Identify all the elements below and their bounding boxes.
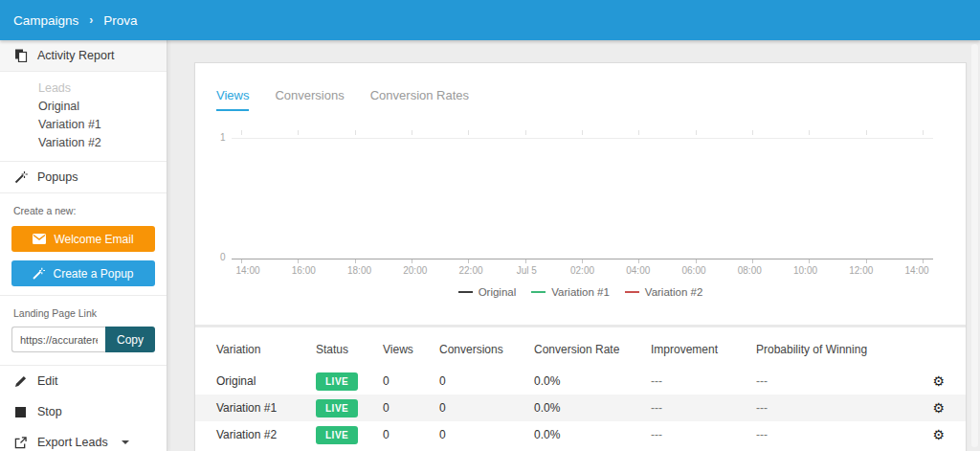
- sidebar-subitem-leads[interactable]: Leads: [38, 79, 167, 98]
- chart-top-ticks: [232, 130, 933, 135]
- legend-item-original[interactable]: Original: [458, 286, 517, 298]
- landing-page-link-label: Landing Page Link: [0, 296, 167, 325]
- tab-views[interactable]: Views: [216, 88, 249, 111]
- report-card: Views Conversions Conversion Rates 1 0: [194, 62, 967, 451]
- sidebar-subitem-variation-2[interactable]: Variation #2: [38, 134, 167, 152]
- y-axis-tick-1: 1: [220, 132, 226, 143]
- sidebar-item-popups[interactable]: Popups: [0, 162, 167, 193]
- column-header-variation: Variation: [216, 343, 316, 356]
- table-row-variation-2: Variation #2 LIVE 0 0 0.0% --- ---: [195, 421, 966, 448]
- legend-item-variation-2[interactable]: Variation #2: [625, 286, 703, 298]
- chart-legend: Original Variation #1 Variation #2: [216, 286, 945, 298]
- report-sub-list: Leads Original Variation #1 Variation #2: [0, 72, 167, 162]
- variation-name: Variation #2: [216, 428, 316, 441]
- table-header-row: Variation Status Views Conversions Conve…: [195, 327, 966, 368]
- column-header-status: Status: [316, 343, 383, 356]
- y-axis-tick-0: 0: [220, 252, 226, 262]
- welcome-email-label: Welcome Email: [54, 233, 133, 246]
- probability-value: ---: [756, 374, 925, 388]
- welcome-email-button[interactable]: Welcome Email: [11, 226, 155, 252]
- x-axis-labels: 14:00 16:00 18:00 20:00 22:00 Jul 5 02:0…: [232, 265, 933, 276]
- main-content: Views Conversions Conversion Rates 1 0: [167, 40, 980, 451]
- improvement-value: ---: [651, 428, 756, 441]
- magic-wand-icon: [33, 267, 45, 280]
- column-header-improvement: Improvement: [651, 343, 756, 356]
- tab-conversion-rates[interactable]: Conversion Rates: [370, 88, 469, 111]
- gridline-y1: [232, 138, 933, 139]
- sidebar-item-stop[interactable]: Stop: [0, 396, 167, 427]
- conversions-value: 0: [439, 374, 534, 388]
- export-icon: [13, 437, 28, 449]
- status-badge: LIVE: [316, 372, 358, 391]
- pencil-icon: [13, 375, 28, 388]
- breadcrumb-campaigns-link[interactable]: Campaigns: [13, 13, 78, 28]
- sidebar-item-edit[interactable]: Edit: [0, 366, 167, 396]
- sidebar-item-activity-report[interactable]: Activity Report: [0, 40, 167, 72]
- report-tabs: Views Conversions Conversion Rates: [216, 88, 945, 111]
- create-popup-button[interactable]: Create a Popup: [11, 260, 155, 286]
- status-badge: LIVE: [316, 399, 358, 417]
- top-navigation-bar: Campaigns › Prova: [0, 0, 980, 40]
- improvement-value: ---: [651, 401, 756, 415]
- sidebar-item-label: Activity Report: [37, 49, 115, 62]
- sidebar-item-label: Popups: [37, 170, 78, 184]
- legend-label: Variation #1: [551, 286, 610, 298]
- gear-icon[interactable]: [932, 427, 945, 442]
- chart-section: Views Conversions Conversion Rates 1 0: [195, 63, 966, 325]
- conversions-value: 0: [439, 401, 534, 415]
- variations-table: Variation Status Views Conversions Conve…: [195, 327, 966, 448]
- create-new-label: Create a new:: [0, 193, 167, 222]
- breadcrumb-chevron-icon: ›: [89, 13, 93, 27]
- probability-value: ---: [756, 401, 925, 415]
- landing-page-url-input[interactable]: [11, 327, 105, 352]
- sidebar-item-label: Stop: [37, 405, 62, 418]
- magic-wand-icon: [13, 170, 28, 184]
- sidebar: Activity Report Leads Original Variation…: [0, 40, 167, 451]
- legend-label: Original: [479, 286, 517, 298]
- variation-name: Variation #1: [216, 401, 316, 415]
- breadcrumb-current-page: Prova: [103, 13, 137, 28]
- column-header-views: Views: [383, 343, 439, 356]
- chevron-down-icon: [122, 440, 129, 444]
- improvement-value: ---: [651, 374, 756, 388]
- status-badge: LIVE: [316, 426, 358, 444]
- views-line-chart[interactable]: 1 0 14:00 16:00 18:00 20:00 22:00 Jul 5 …: [216, 124, 945, 278]
- legend-swatch: [458, 291, 473, 293]
- copy-link-button[interactable]: Copy: [105, 327, 155, 352]
- column-header-conversion-rate: Conversion Rate: [534, 343, 651, 356]
- conversion-rate-value: 0.0%: [534, 401, 651, 415]
- sidebar-item-label: Export Leads: [37, 436, 108, 449]
- gear-icon[interactable]: [932, 373, 945, 389]
- gear-icon[interactable]: [932, 400, 945, 416]
- column-header-conversions: Conversions: [439, 343, 534, 356]
- legend-swatch: [625, 291, 639, 293]
- table-row-variation-1: Variation #1 LIVE 0 0 0.0% --- ---: [195, 395, 966, 421]
- probability-value: ---: [756, 428, 925, 441]
- column-header-probability: Probability of Winning: [756, 343, 925, 356]
- variation-name: Original: [216, 374, 316, 388]
- page-scrollbar[interactable]: [971, 44, 978, 447]
- views-value: 0: [383, 374, 439, 388]
- campaign-actions: Edit Stop Export Leads Duplicate: [0, 365, 167, 451]
- chart-bottom-ticks: [232, 259, 933, 263]
- conversions-value: 0: [439, 428, 534, 441]
- report-pages-icon: [13, 49, 28, 62]
- conversion-rate-value: 0.0%: [534, 428, 651, 441]
- views-value: 0: [383, 428, 439, 441]
- envelope-icon: [33, 234, 46, 244]
- sidebar-subitem-original[interactable]: Original: [38, 98, 167, 116]
- create-popup-label: Create a Popup: [53, 267, 133, 281]
- stop-square-icon: [13, 407, 28, 417]
- landing-page-link-section: Landing Page Link Copy: [0, 295, 167, 352]
- views-value: 0: [383, 401, 439, 415]
- tab-conversions[interactable]: Conversions: [275, 88, 344, 111]
- sidebar-item-label: Edit: [37, 374, 58, 388]
- sidebar-item-export-leads[interactable]: Export Leads: [0, 427, 167, 451]
- legend-item-variation-1[interactable]: Variation #1: [531, 286, 610, 298]
- sidebar-subitem-variation-1[interactable]: Variation #1: [38, 116, 167, 134]
- table-row-original: Original LIVE 0 0 0.0% --- ---: [195, 368, 966, 395]
- legend-label: Variation #2: [645, 286, 703, 298]
- legend-swatch: [531, 291, 546, 293]
- conversion-rate-value: 0.0%: [534, 374, 651, 388]
